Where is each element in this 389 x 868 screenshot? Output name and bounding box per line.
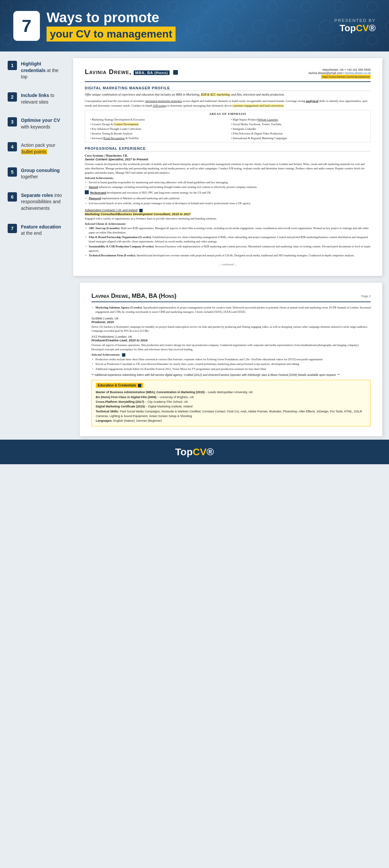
tip-text-4: Action pack your bullet points	[21, 142, 65, 155]
cv-edu-lang-bold: Languages:	[96, 419, 113, 423]
cv-job1-desc: Oversee content development for this wor…	[85, 162, 371, 175]
cv-edu-title: Education & Credentials	[96, 383, 143, 388]
header-subtitle: your CV to management	[47, 27, 175, 41]
cv-page2-header: Lavinia Drewe, MBA, BA (Hons) Page 2	[91, 292, 371, 302]
tip-number-3: 3	[8, 117, 17, 126]
tip-bold-3: Optimise your CV	[21, 118, 60, 123]
cv-profile-body: Conceptualise and lead the execution of …	[85, 99, 371, 108]
cv-prof-exp-title: Professional Experience	[85, 147, 371, 151]
cv-page2-name: Lavinia Drewe, MBA, BA (Hons)	[91, 292, 176, 300]
tip-bold-5: Group consulting	[21, 168, 60, 173]
cv-continued: ... continued ...	[85, 263, 371, 266]
tip-item-6: 6 Separate roles into responsibilities a…	[5, 190, 68, 215]
cv-profile-intro: Offer unique combination of experience a…	[85, 92, 371, 97]
cv-job2-title: Marketing Consultant/Business Developmen…	[85, 212, 191, 216]
tip-number-2: 2	[8, 92, 17, 102]
cv-orchestrated: Orchestrated	[90, 191, 106, 194]
cv-job2-location-text: Independent Contracts | UK and Ireland	[85, 209, 137, 212]
cv-job3-title: Producer, 2015	[91, 320, 371, 324]
cv-job4-title: Producer/Creative Lead, 2010 to 2014	[91, 338, 371, 342]
tip-suffix-5: together	[21, 174, 38, 179]
cv-job3-block: Scribble | Leeds, UK Producer, 2015 Drov…	[91, 317, 371, 333]
cv-job1-achievement-2: Steered influencers campaign, including …	[85, 185, 371, 189]
cv-areas-title: Areas of Emphasis	[90, 112, 365, 116]
tip-text-2: Include links to relevant sites	[21, 92, 65, 105]
cv-edu-digital: Digital Marketing Certificate (2015) – D…	[96, 404, 366, 409]
cv-page2-client-ma: Marketing Solutions Agency (5 weeks): Sp…	[91, 306, 371, 314]
cv-analytical: analytical	[306, 99, 318, 103]
area-7: Social Media: Facebook, Twitter, YouTube…	[231, 122, 365, 126]
cv-steered: Steered	[89, 185, 98, 189]
cv-job2-client-3: Sustainability & CSR Production Company …	[85, 244, 371, 253]
cv-edu-storytelling: Cross-Platform Storytelling (2017) – Cit…	[96, 400, 366, 404]
cv-technical: Technical Recruitment Firm (8 weeks):	[89, 254, 136, 257]
tip-bold-7: Feature education	[21, 224, 61, 229]
area-1: Marketing Strategy Development & Executi…	[90, 118, 224, 122]
cv-profile-title: DIGITAL MARKETING MANAGER PROFILE	[85, 86, 371, 91]
tip-suffix-7: at the end	[21, 230, 41, 236]
cv-job2-location: Independent Contracts | UK and Ireland	[85, 209, 371, 212]
cv-abc: ABC Start-up (6 months):	[89, 226, 120, 230]
cv-job4-desc: Oversaw all aspects of business operatio…	[91, 343, 371, 352]
cv-page-number: Page 2	[361, 294, 371, 298]
cv-film-brand: Film & Brand Partnership Organisation (1…	[89, 236, 151, 239]
cv-job2-desc: Engaged with a variety of organisations …	[85, 217, 371, 221]
header-number: 7	[13, 11, 40, 41]
cv-job2-client-2: Film & Brand Partnership Organisation (1…	[85, 235, 371, 244]
cv-edu-icon	[138, 384, 141, 387]
cv-page2-job2-continued: Marketing Solutions Agency (5 weeks): Sp…	[91, 306, 371, 314]
cv-email: lavinia.drewe@ymail.com •	[309, 71, 344, 75]
tip-prefix-4: Action pack your	[21, 143, 56, 148]
cv-ab-testing: A/B testing	[152, 104, 166, 107]
cv-page2: Lavinia Drewe, MBA, BA (Hons) Page 2 Mar…	[80, 283, 382, 436]
cv-profile-intro-text: Offer unique combination of experience a…	[85, 93, 285, 96]
topcv-logo-header: TopCV®	[334, 23, 376, 34]
cv-integrated: integrated marketing strategies	[145, 99, 182, 103]
cv-job1-title: Senior Content Specialist, 2017 to Prese…	[85, 157, 371, 161]
cv-edu-ba-bold: BA (Hons) First Class in Digital Film (2…	[96, 396, 156, 399]
cv-contact: Manchester, UK • +44 161 555 5555 lavini…	[309, 68, 371, 79]
cv-text-yellow: CV	[193, 446, 206, 457]
cv-job4-block: XYZ Productions | London, UK Producer/Cr…	[91, 335, 371, 371]
tip-text-3: Optimise your CV with keywords	[21, 117, 65, 130]
area-website-launches: Website Launches	[257, 118, 278, 121]
cv-contact-line2: lavinia.drewe@ymail.com • lavinia.drewe.…	[309, 71, 371, 75]
tip-text-1: Highlight credentials at the top	[21, 61, 65, 80]
tip-item-3: 3 Optimise your CV with keywords	[5, 115, 68, 133]
tip-item-1: 1 Highlight credentials at the top	[5, 58, 68, 83]
cv-pioneered: Pioneered	[89, 196, 101, 200]
tip-number-7: 7	[8, 224, 17, 233]
cv-selected-ach-label: Selected Achievements:	[91, 353, 120, 356]
cv-website-link[interactable]: lavinia.drewe.co.uk	[345, 71, 371, 75]
header-presented: PRESENTED BY TopCV®	[334, 18, 376, 34]
cv-name: Lavinia Drewe, MBA, BA (Hons)	[85, 68, 178, 75]
cv-edu-items: Master of Business Administration (MBA),…	[96, 390, 366, 423]
cv-linkedin-link[interactable]: https://www.linkedin.com/in/laviniadrewe	[321, 75, 371, 79]
cv-edu-ba: BA (Hons) First Class in Digital Film (2…	[96, 395, 366, 400]
cv-job1-achievement-1: Served as brand guardian responsible for…	[85, 180, 371, 185]
linkedin-icon	[173, 70, 178, 75]
header-text-block: Ways to promote your CV to management	[47, 10, 175, 41]
tip-item-4: 4 Action pack your bullet points	[5, 140, 68, 158]
cv-contact-line1: Manchester, UK • +44 161 555 5555	[309, 68, 371, 71]
tip-bold-1: Highlight credentials	[21, 61, 46, 73]
cv-job4-company: XYZ Productions | London, UK	[91, 335, 371, 338]
tip-item-2: 2 Include links to relevant sites	[5, 90, 68, 108]
cv-job4-achievements-label: Selected Achievements:	[91, 353, 371, 356]
cv-linkedin-anchor[interactable]: https://www.linkedin.com/in/laviniadrewe	[322, 75, 370, 79]
cv-page1: Lavinia Drewe, MBA, BA (Hons) Manchester…	[73, 58, 382, 276]
tip-highlight-4: bullet points	[21, 149, 47, 154]
tip-number-4: 4	[8, 142, 17, 151]
tip-text-6: Separate roles into responsibilities and…	[21, 192, 65, 212]
cv-additional-note: ** Additional experience Advertising Int…	[91, 373, 371, 377]
tip-text-5: Group consulting together	[21, 167, 65, 180]
cv-job4-ach-3: Additional engagements include Editor fo…	[91, 367, 371, 371]
cv-name-bar: Lavinia Drewe, MBA, BA (Hons) Manchester…	[85, 68, 371, 82]
cv-job4-ach-2: Served as Production Consultant to UK ac…	[91, 362, 371, 366]
cv-job1-achievement-5: Led successful launch of new website, ac…	[85, 201, 371, 206]
cv-job1-achievements-label: Selected Achievements:	[85, 176, 371, 180]
cv-job2-clients-label: Selected Clients & Achievements:	[85, 222, 371, 225]
area-9: Film/Television & Digital Video Producti…	[231, 131, 365, 135]
area-5: Increased Brand Recognition & Visibility	[90, 136, 224, 140]
cv-edu-technical: Technical Skills: Paid Social Media Camp…	[96, 409, 366, 419]
